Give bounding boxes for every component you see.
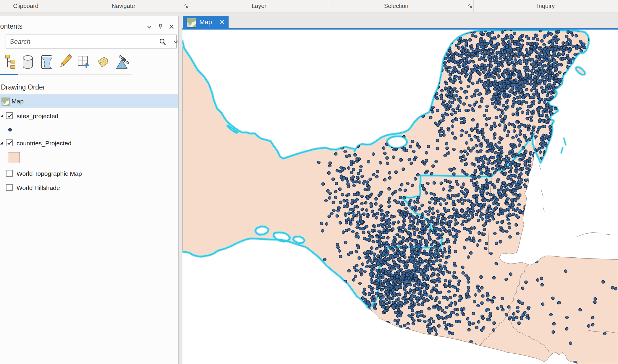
site-dot (356, 269, 359, 272)
dialog-launcher-icon[interactable] (184, 4, 189, 9)
sites-projected-legend[interactable] (0, 124, 178, 136)
list-by-snapping-icon[interactable] (76, 54, 91, 71)
site-dot (440, 127, 443, 130)
site-dot (356, 157, 359, 160)
list-by-labeling-icon[interactable] (95, 54, 111, 71)
site-dot (491, 300, 494, 303)
tree-item-sites-projected[interactable]: sites_projected (0, 110, 178, 122)
site-dot (344, 150, 347, 153)
site-dot (471, 82, 474, 85)
site-dot (386, 236, 389, 239)
map-view-tab[interactable]: Map ✕ (183, 16, 229, 30)
sites-projected-checkbox[interactable] (6, 112, 13, 119)
list-by-data-source-icon[interactable] (20, 54, 35, 71)
site-dot (449, 296, 452, 299)
tree-item-world-hillshade[interactable]: World Hillshade (0, 182, 178, 194)
site-dot (463, 120, 466, 123)
search-options-chevron-icon[interactable] (172, 40, 179, 46)
site-dot (410, 245, 413, 248)
site-dot (521, 80, 524, 83)
map-canvas[interactable] (182, 30, 618, 364)
collapse-expander-icon[interactable] (0, 142, 3, 144)
site-dot (370, 272, 373, 275)
dialog-launcher-icon[interactable] (467, 4, 473, 9)
site-dot (541, 90, 544, 92)
site-dot (411, 184, 414, 187)
site-dot (509, 170, 512, 173)
site-dot (393, 267, 396, 270)
site-dot (413, 201, 416, 204)
list-by-perspective-imagery-icon[interactable] (115, 54, 130, 71)
site-dot (430, 220, 433, 223)
site-dot (441, 309, 444, 312)
site-dot (426, 266, 429, 269)
site-dot (521, 53, 524, 56)
search-icon[interactable] (158, 38, 167, 47)
site-dot (406, 239, 409, 242)
site-dot (477, 321, 480, 324)
collapse-expander-icon[interactable] (0, 115, 3, 117)
site-dot (363, 288, 366, 291)
site-dot (532, 64, 535, 67)
search-input[interactable]: Search (6, 35, 177, 48)
site-dot (402, 237, 405, 240)
site-dot (429, 295, 432, 298)
panel-collapse-button[interactable] (145, 23, 153, 31)
site-dot (475, 181, 478, 184)
ribbon-group-layer: Layer (252, 3, 266, 9)
ribbon-separator (329, 0, 329, 12)
site-dot (517, 139, 520, 142)
site-dot (460, 159, 463, 162)
site-dot (439, 235, 442, 238)
site-dot (355, 250, 358, 253)
site-dot (482, 326, 485, 329)
site-dot (384, 178, 386, 181)
site-dot (372, 153, 375, 156)
map-tab-close-icon[interactable]: ✕ (219, 19, 226, 26)
site-dot (516, 113, 519, 116)
site-dot (425, 253, 428, 256)
site-dot (483, 187, 486, 190)
site-dot (522, 147, 525, 150)
site-dot (521, 302, 524, 305)
site-dot (332, 209, 335, 212)
site-dot (400, 251, 403, 254)
world-hillshade-checkbox[interactable] (6, 184, 13, 191)
site-dot (520, 88, 523, 91)
list-by-visibility-icon[interactable] (39, 54, 54, 71)
site-dot (470, 150, 473, 152)
site-dot (479, 38, 482, 41)
site-dot (393, 261, 396, 264)
site-dot (500, 146, 503, 149)
list-by-editing-icon[interactable] (57, 54, 73, 71)
site-dot (505, 313, 508, 316)
site-dot (429, 116, 432, 119)
countries-projected-checkbox[interactable] (6, 139, 13, 146)
site-dot (568, 58, 571, 61)
site-dot (518, 144, 521, 147)
panel-pin-button[interactable] (157, 23, 164, 31)
site-dot (465, 90, 468, 93)
site-dot (384, 257, 386, 260)
tree-item-world-topographic-map[interactable]: World Topographic Map (0, 168, 178, 180)
countries-projected-legend[interactable] (0, 152, 178, 166)
site-dot (557, 30, 560, 33)
site-dot (427, 145, 430, 148)
site-dot (495, 116, 498, 119)
site-dot (457, 71, 460, 74)
world-topographic-checkbox[interactable] (6, 170, 13, 177)
tree-item-countries-projected[interactable]: countries_Projected (0, 138, 178, 150)
site-dot (494, 144, 497, 147)
site-dot (389, 269, 392, 272)
site-dot (325, 222, 328, 225)
list-by-drawing-order-icon[interactable] (2, 54, 18, 71)
tree-item-map[interactable]: Map (0, 95, 178, 108)
site-dot (501, 88, 504, 91)
site-dot (494, 125, 496, 128)
site-dot (452, 200, 455, 203)
site-dot (567, 31, 570, 34)
site-dot (493, 276, 496, 279)
panel-close-button[interactable] (168, 23, 175, 31)
site-dot (396, 233, 399, 236)
site-dot (432, 212, 435, 215)
